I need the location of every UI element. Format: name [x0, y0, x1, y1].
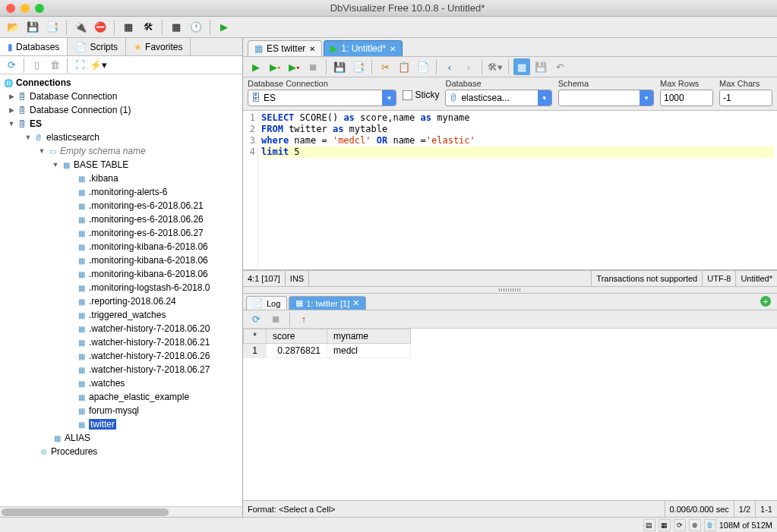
tree-conn[interactable]: ▶🗄Database Connection (1): [0, 103, 242, 117]
tree-table[interactable]: ▦.monitoring-kibana-6-2018.06: [0, 240, 242, 253]
refresh-icon[interactable]: ⟳: [3, 57, 20, 74]
run-icon[interactable]: ▶: [248, 58, 264, 75]
commit-icon[interactable]: 💾: [532, 58, 549, 75]
footer-icon[interactable]: ▦: [659, 519, 671, 531]
col-myname[interactable]: myname: [327, 329, 411, 344]
saveas-icon[interactable]: 📑: [350, 58, 367, 75]
stop-icon[interactable]: ⊗: [689, 519, 701, 531]
result-grid[interactable]: * score myname 1 0.2876821 medcl: [243, 329, 777, 500]
connect-icon[interactable]: 🔌: [72, 19, 89, 36]
saveall-icon[interactable]: 📑: [44, 19, 61, 36]
cut-icon[interactable]: ✂: [377, 58, 393, 75]
dbconn-select[interactable]: 🗄ES▼: [248, 90, 396, 106]
editor-tab-active[interactable]: ▶1: Untitled*✕: [324, 40, 403, 56]
tree-table[interactable]: ▦twitter: [0, 417, 242, 431]
next-icon[interactable]: ›: [460, 58, 477, 75]
code-area[interactable]: SELECT SCORE() as score,name as myname F…: [258, 111, 777, 269]
schema-select[interactable]: ▼: [558, 90, 654, 106]
tree-table[interactable]: ▦apache_elastic_example: [0, 390, 242, 404]
trash-icon[interactable]: 🗑: [704, 519, 716, 531]
rollback-icon[interactable]: ↶: [551, 58, 568, 75]
tree-table[interactable]: ▦.monitoring-es-6-2018.06.26: [0, 212, 242, 226]
database-select[interactable]: 🛢elasticsea...▼: [445, 90, 551, 106]
clock-icon[interactable]: 🕐: [188, 19, 204, 36]
tree-table[interactable]: ▦.watcher-history-7-2018.06.21: [0, 335, 242, 349]
tree-table[interactable]: ▦.watcher-history-7-2018.06.26: [0, 349, 242, 363]
copy-icon[interactable]: 📋: [396, 58, 412, 75]
footer-icon[interactable]: ▤: [643, 519, 655, 531]
tree-table[interactable]: ▦.watches: [0, 376, 242, 390]
tree-db[interactable]: ▼🛢elasticsearch: [0, 131, 242, 144]
tree-table[interactable]: ▦.triggered_watches: [0, 308, 242, 322]
settings-icon[interactable]: 🛠▾: [487, 58, 504, 75]
collapse-icon[interactable]: ⛶: [71, 57, 88, 74]
close-icon[interactable]: ✕: [352, 298, 359, 308]
tools-icon[interactable]: 🛠: [140, 19, 156, 36]
tree-table[interactable]: ▦.monitoring-logstash-6-2018.0: [0, 281, 242, 294]
add-tab-button[interactable]: +: [760, 296, 771, 307]
scrollbar-horizontal[interactable]: [0, 506, 242, 517]
tab-result[interactable]: ▦1: twitter [1]✕: [289, 296, 366, 310]
tree-table[interactable]: ▦.watcher-history-7-2018.06.27: [0, 363, 242, 376]
tree-table[interactable]: ▦.monitoring-alerts-6: [0, 185, 242, 199]
open-icon[interactable]: 📂: [5, 19, 21, 36]
editor-status: 4:1 [107] INS Transactions not supported…: [243, 270, 777, 287]
tab-databases[interactable]: ▮Databases: [0, 38, 68, 55]
stop-icon[interactable]: ⏹: [305, 58, 321, 75]
cursor-pos: 4:1 [107]: [243, 271, 286, 286]
tree-alias[interactable]: ▦ALIAS: [0, 431, 242, 445]
disconnect-icon[interactable]: ⛔: [92, 19, 109, 36]
close-icon[interactable]: ✕: [309, 45, 315, 53]
copy-icon[interactable]: ▯: [28, 57, 45, 74]
sql-editor[interactable]: 1234 SELECT SCORE() as score,name as myn…: [243, 111, 777, 270]
minimize-icon[interactable]: [21, 4, 30, 13]
tree-schema[interactable]: ▼▭Empty schema name: [0, 144, 242, 158]
save-icon[interactable]: 💾: [24, 19, 41, 36]
tree-table[interactable]: ▦.monitoring-kibana-6-2018.06: [0, 253, 242, 267]
col-star[interactable]: *: [244, 329, 267, 344]
tree-conn-es[interactable]: ▼🗄ES: [0, 117, 242, 131]
sticky-label: [403, 79, 439, 88]
tree-conn[interactable]: ▶🗄Database Connection: [0, 90, 242, 103]
maxchars-input[interactable]: -1: [719, 90, 772, 106]
grid-icon[interactable]: ▦: [120, 19, 137, 36]
sticky-checkbox[interactable]: [403, 90, 412, 100]
save-icon[interactable]: 💾: [331, 58, 348, 75]
tab-scripts[interactable]: 📄Scripts: [68, 38, 126, 55]
close-icon[interactable]: ✕: [390, 45, 396, 53]
tree-table[interactable]: ▦forum-mysql: [0, 404, 242, 417]
tab-favorites[interactable]: ★Favorites: [126, 38, 191, 55]
refresh-icon[interactable]: ⟳: [674, 519, 686, 531]
filter-icon[interactable]: ⚡▾: [90, 57, 106, 74]
maximize-icon[interactable]: [35, 4, 44, 13]
close-icon[interactable]: [6, 4, 15, 13]
titlebar: DbVisualizer Free 10.0.8 - Untitled*: [0, 0, 777, 17]
tree-root[interactable]: 🌐Connections: [0, 76, 242, 90]
table-row[interactable]: 1 0.2876821 medcl: [244, 344, 411, 358]
stop-icon[interactable]: ⏹: [267, 311, 284, 328]
tree-table[interactable]: ▦.watcher-history-7-2018.06.20: [0, 322, 242, 335]
col-score[interactable]: score: [267, 329, 327, 344]
maxrows-input[interactable]: 1000: [660, 90, 713, 106]
tree-table[interactable]: ▦.monitoring-es-6-2018.06.21: [0, 199, 242, 212]
tree-table[interactable]: ▦.monitoring-kibana-6-2018.06: [0, 267, 242, 281]
paste-icon[interactable]: 📄: [415, 58, 431, 75]
table-icon[interactable]: ▦: [168, 19, 185, 36]
delete-icon[interactable]: 🗑: [46, 57, 63, 74]
split-handle[interactable]: [243, 287, 777, 293]
tree-procedures[interactable]: ⚙Procedures: [0, 445, 242, 458]
editor-tab[interactable]: ▦ES twitter✕: [248, 40, 322, 56]
export-icon[interactable]: ↑: [295, 311, 312, 328]
tab-log[interactable]: 📄Log: [246, 296, 287, 310]
tree-table[interactable]: ▦.monitoring-es-6-2018.06.27: [0, 226, 242, 240]
autocommit-icon[interactable]: ▦: [513, 58, 530, 75]
tree-table[interactable]: ▦.reporting-2018.06.24: [0, 294, 242, 308]
reload-icon[interactable]: ⟳: [248, 311, 264, 328]
run-script-icon[interactable]: ▶●: [286, 58, 302, 75]
run-icon[interactable]: ▶: [216, 19, 232, 36]
tree-table[interactable]: ▦.kibana: [0, 172, 242, 185]
run-step-icon[interactable]: ▶●: [267, 58, 283, 75]
filename: Untitled*: [736, 271, 777, 286]
prev-icon[interactable]: ‹: [441, 58, 458, 75]
tree-basetable[interactable]: ▼▦BASE TABLE: [0, 158, 242, 172]
